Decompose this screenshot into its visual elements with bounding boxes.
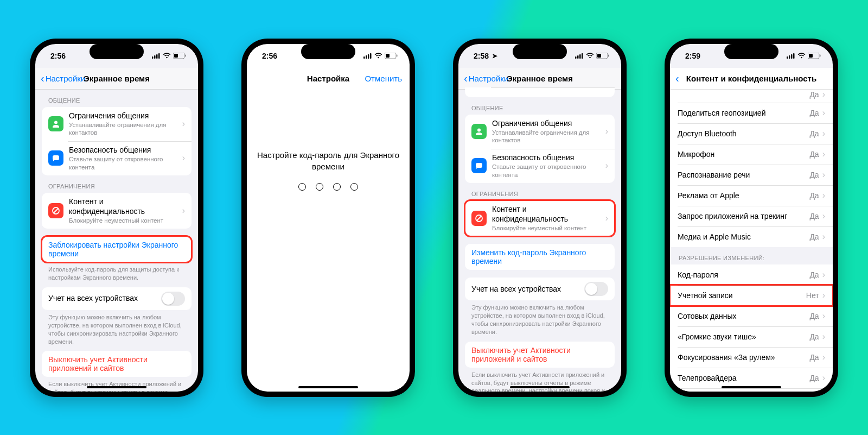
list-item[interactable]: МикрофонДа› (670, 144, 833, 165)
row-communication-safety[interactable]: Безопасность общения Ставьте защиту от о… (465, 149, 615, 183)
section-allow-changes: РАЗРЕШЕНИЕ ИЗМЕНЕНИЙ: (670, 247, 833, 264)
toggle-share[interactable] (161, 292, 185, 306)
list-item[interactable]: Поделиться геопозициейДа› (670, 103, 833, 123)
row-value: Да (809, 129, 819, 138)
wifi-icon (374, 53, 382, 59)
row-label: Доступ Bluetooth (678, 129, 806, 138)
chevron-right-icon: › (822, 232, 825, 242)
passcode-prompt: Настройте код-пароль для Экранного време… (247, 149, 410, 172)
svg-rect-12 (366, 55, 367, 59)
svg-point-25 (477, 129, 481, 132)
row-value: Да (809, 171, 819, 179)
row-value: Да (809, 191, 819, 200)
list-item[interactable]: Запрос приложений на трекингДа› (670, 206, 833, 226)
row-communication-safety[interactable]: Безопасность общения Ставьте защиту от о… (42, 141, 192, 175)
list-item[interactable]: ТелепровайдераДа› (670, 368, 833, 388)
chevron-right-icon: › (822, 211, 825, 221)
row-value: Нет (806, 291, 819, 300)
home-indicator[interactable] (298, 386, 358, 388)
row-content-privacy[interactable]: Контент и конфиденциальность Блокируйте … (465, 200, 615, 236)
row-share-across-devices[interactable]: Учет на всех устройствах (42, 287, 192, 310)
section-communication: ОБЩЕНИЕ (458, 97, 621, 115)
row-value: Да (809, 150, 819, 159)
clock: 2:56 (50, 52, 66, 60)
row-value: Да (809, 332, 819, 341)
back-button[interactable]: ‹ Настройки (41, 72, 85, 85)
battery-icon (385, 53, 398, 59)
svg-rect-19 (577, 55, 579, 59)
phone-4: 2:59 ‹ Контент и конфиденциальность Да›П… (665, 39, 838, 397)
row-turn-off-activity[interactable]: Выключить учет Активности приложений и с… (465, 342, 615, 368)
svg-rect-14 (370, 53, 372, 59)
svg-rect-5 (174, 54, 178, 58)
battery-icon (808, 53, 821, 59)
chevron-right-icon: › (605, 127, 608, 136)
chevron-right-icon: › (605, 213, 608, 223)
list-item[interactable]: Фокусирования «За рулем»Да› (670, 347, 833, 368)
row-communication-limits[interactable]: Ограничения общения Устанавливайте огран… (465, 115, 615, 149)
dynamic-island (90, 44, 144, 59)
chevron-right-icon: › (822, 352, 825, 362)
battery-icon (173, 53, 186, 59)
list-item[interactable]: Медиа и Apple MusicДа› (670, 226, 833, 247)
svg-rect-18 (575, 56, 577, 59)
home-indicator[interactable] (87, 386, 146, 388)
wifi-icon (797, 53, 806, 59)
back-button[interactable]: ‹ Настройки (464, 72, 508, 85)
row-turn-off-activity[interactable]: Выключить учет Активности приложений и с… (42, 351, 192, 377)
row-content-privacy[interactable]: Контент и конфиденциальность Блокируйте … (42, 193, 192, 229)
row-label: Запрос приложений на трекинг (678, 212, 806, 220)
section-restrictions: ОГРАНИЧЕНИЯ (458, 183, 621, 200)
row-label: Распознавание речи (678, 171, 806, 179)
cellular-icon (152, 53, 161, 59)
cancel-button[interactable]: Отменить (365, 74, 402, 83)
list-item[interactable]: Фоновой активности ПОДа› (670, 388, 833, 392)
row-label: Телепровайдера (678, 374, 806, 382)
list-item[interactable]: Да› (670, 90, 833, 103)
chevron-right-icon: › (605, 161, 608, 171)
row-label: Поделиться геопозицией (678, 109, 806, 117)
row-lock-screentime[interactable]: Заблокировать настройки Экранного времен… (42, 236, 192, 262)
list-item[interactable]: Доступ BluetoothДа› (670, 123, 833, 144)
list-item[interactable]: Учетной записиНет› (670, 285, 833, 306)
svg-rect-30 (789, 55, 790, 59)
list-item[interactable]: Сотовых данныхДа› (670, 306, 833, 326)
row-change-passcode[interactable]: Изменить код-пароль Экранного времени (465, 244, 615, 270)
row-value: Да (809, 374, 819, 382)
svg-rect-29 (787, 56, 788, 59)
chevron-right-icon: › (822, 191, 825, 200)
passcode-dots (298, 183, 358, 191)
back-button[interactable]: ‹ (675, 72, 679, 85)
svg-rect-17 (397, 54, 398, 56)
list-item[interactable]: «Громкие звуки тише»Да› (670, 326, 833, 347)
back-label: Настройки (469, 74, 509, 83)
contacts-icon (48, 116, 63, 131)
contacts-icon (471, 124, 487, 139)
row-value: Да (809, 312, 819, 320)
list-item[interactable]: Реклама от AppleДа› (670, 185, 833, 206)
svg-rect-24 (608, 54, 609, 56)
home-indicator[interactable] (722, 386, 781, 388)
row-share-across-devices[interactable]: Учет на всех устройствах (465, 278, 615, 300)
wifi-icon (163, 53, 171, 59)
list-item[interactable]: Код-пароляДа› (670, 264, 833, 285)
row-label: Учетной записи (678, 291, 803, 300)
dynamic-island (513, 44, 567, 59)
toggle-share[interactable] (584, 282, 608, 296)
list-item[interactable]: Распознавание речиДа› (670, 165, 833, 185)
row-value: Да (809, 109, 819, 117)
svg-rect-35 (820, 54, 821, 56)
svg-rect-0 (152, 56, 154, 59)
cellular-icon (787, 53, 795, 59)
svg-line-10 (54, 209, 58, 213)
no-entry-icon (471, 211, 487, 226)
passcode-dot (316, 183, 323, 191)
share-footnote: Эту функцию можно включить на любом устр… (458, 300, 621, 336)
svg-rect-6 (185, 54, 186, 56)
svg-rect-3 (158, 53, 160, 59)
cellular-icon (363, 53, 372, 59)
home-indicator[interactable] (510, 386, 570, 388)
row-communication-limits[interactable]: Ограничения общения Устанавливайте огран… (42, 107, 192, 141)
off-footnote: Если выключить учет Активности приложени… (35, 377, 198, 391)
chevron-right-icon: › (822, 332, 825, 342)
